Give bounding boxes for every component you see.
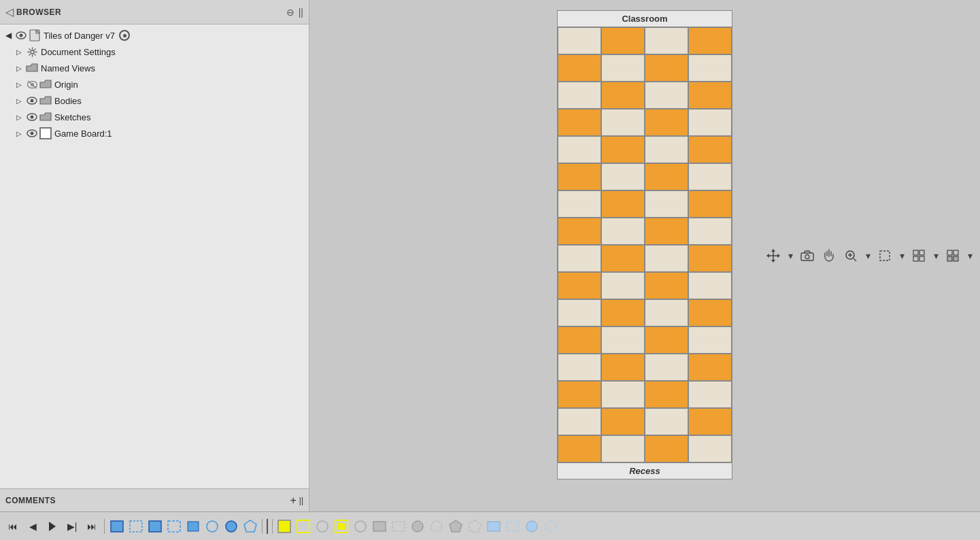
shape-lightblue-dashed-circle-btn[interactable] (542, 518, 560, 535)
svg-rect-37 (168, 521, 180, 532)
board-cell (601, 136, 645, 163)
board-cell (645, 381, 688, 408)
nav-play-btn[interactable] (44, 518, 61, 535)
minus-icon[interactable]: ⊖ (286, 7, 294, 18)
tree-root-item[interactable]: ◀ Tiles of Danger v7 (0, 27, 309, 44)
nav-prev-btn[interactable]: ◀ (24, 518, 41, 535)
view-dropdown-btn[interactable]: ▾ (965, 246, 975, 265)
arrow-named-views[interactable]: ▷ (14, 63, 24, 73)
shape-circle-half-btn[interactable] (352, 518, 369, 535)
shape-gray-dashed-poly-btn[interactable] (466, 518, 484, 535)
shape-poly-outline-btn[interactable] (241, 518, 259, 535)
board-cell (601, 109, 645, 136)
shape-rect-thin-btn[interactable] (184, 518, 202, 535)
origin-eye-icon[interactable] (26, 78, 38, 90)
board-cell (601, 435, 645, 462)
board-cell (558, 435, 601, 462)
arrow-gameboard[interactable]: ▷ (14, 128, 24, 139)
board-cell (688, 408, 732, 435)
board-cell (558, 299, 601, 326)
arrow-bodies[interactable]: ▷ (14, 95, 24, 106)
shape-rect-dashed-btn[interactable] (127, 518, 145, 535)
board-cell (601, 82, 645, 109)
board-cell (688, 109, 732, 136)
root-arrow[interactable]: ◀ (3, 30, 14, 41)
shape-gray-dashed-circle-btn[interactable] (428, 518, 445, 535)
board-header: Classroom (558, 11, 732, 27)
gameboard-component-icon (39, 127, 52, 139)
board-cell (601, 163, 645, 190)
game-board: Classroom Recess (557, 10, 732, 479)
board-cell (645, 354, 688, 381)
select-dropdown-btn[interactable]: ▾ (897, 246, 907, 265)
shape-circle-outline2-btn[interactable] (314, 518, 331, 535)
shape-rect-outline-btn[interactable] (108, 518, 126, 535)
left-panel: ◁ BROWSER ⊖ || ◀ (0, 0, 309, 511)
board-cell (558, 381, 601, 408)
panel-divider-icon[interactable]: || (299, 7, 303, 18)
tree-item-sketches[interactable]: ▷ Sketches (0, 109, 309, 125)
svg-point-3 (31, 50, 34, 54)
grid-dropdown-btn[interactable]: ▾ (931, 246, 941, 265)
shape-yellow-outline-btn[interactable] (294, 518, 312, 535)
root-eye-icon[interactable] (15, 29, 27, 41)
nav-start-btn[interactable]: ⏮ (4, 518, 22, 535)
tree-item-named-views[interactable]: ▷ Named Views (0, 60, 309, 76)
board-cell (601, 326, 645, 354)
transform-dropdown-btn[interactable]: ▾ (785, 246, 795, 265)
shape-gray-circle-btn[interactable] (409, 518, 426, 535)
select-btn[interactable] (875, 246, 894, 265)
svg-marker-18 (777, 254, 780, 258)
shape-gray-dashed-btn[interactable] (390, 518, 407, 535)
shape-rect-dashed2-btn[interactable] (165, 518, 183, 535)
shape-rect-solid-btn[interactable] (146, 518, 164, 535)
svg-point-12 (31, 132, 34, 135)
shape-lightblue-dashed-btn[interactable] (504, 518, 522, 535)
tree-item-bodies[interactable]: ▷ Bodies (0, 92, 309, 109)
camera-btn[interactable] (798, 246, 817, 265)
board-cell (558, 218, 601, 245)
shape-yellow-outline2-btn[interactable] (333, 518, 350, 535)
arrow-origin[interactable]: ▷ (14, 79, 24, 90)
shape-circle-outline-btn[interactable] (203, 518, 221, 535)
zoom-plus-btn[interactable] (841, 246, 860, 265)
shape-lightblue-rect-btn[interactable] (485, 518, 503, 535)
target-icon[interactable] (119, 30, 130, 41)
arrow-sketches[interactable]: ▷ (14, 112, 24, 122)
svg-rect-25 (880, 251, 890, 260)
tree-item-gameboard[interactable]: ▷ Game Board:1 (0, 125, 309, 141)
tree-item-document-settings[interactable]: ▷ Document Settings (0, 44, 309, 60)
shape-gray-poly-btn[interactable] (447, 518, 464, 535)
root-folder-icon (29, 29, 41, 41)
shape-gray-rect-btn[interactable] (371, 518, 388, 535)
doc-settings-label: Document Settings (41, 47, 116, 57)
gameboard-eye-icon[interactable] (26, 127, 38, 139)
grid-btn[interactable] (909, 246, 928, 265)
hand-btn[interactable] (820, 246, 839, 265)
arrow-doc-settings[interactable]: ▷ (14, 46, 24, 57)
canvas-toolbar: ▾ ▾ (764, 0, 975, 511)
shape-lightblue-circle-btn[interactable] (523, 518, 541, 535)
tree-item-origin[interactable]: ▷ Origin (0, 76, 309, 92)
svg-point-40 (226, 521, 237, 532)
comments-panel-icon[interactable]: || (299, 496, 303, 505)
board-cell (601, 245, 645, 272)
nav-next-btn[interactable]: ▶| (63, 518, 81, 535)
board-cell (645, 218, 688, 245)
board-cell (601, 27, 645, 54)
transform-tool-btn[interactable] (764, 246, 783, 265)
view-btn[interactable] (943, 246, 962, 265)
add-comment-icon[interactable]: + (290, 494, 296, 507)
board-cell (645, 136, 688, 163)
zoom-dropdown-btn[interactable]: ▾ (863, 246, 873, 265)
collapse-icon[interactable]: ◁ (5, 5, 14, 18)
bodies-eye-icon[interactable] (26, 95, 38, 107)
nav-end-btn[interactable]: ⏭ (83, 518, 101, 535)
board-cell (558, 272, 601, 299)
sketches-eye-icon[interactable] (26, 111, 38, 123)
svg-line-24 (854, 258, 856, 261)
board-cell (601, 54, 645, 82)
svg-point-51 (431, 521, 442, 532)
shape-circle-solid-btn[interactable] (222, 518, 240, 535)
shape-yellow-filled-btn[interactable] (275, 518, 293, 535)
